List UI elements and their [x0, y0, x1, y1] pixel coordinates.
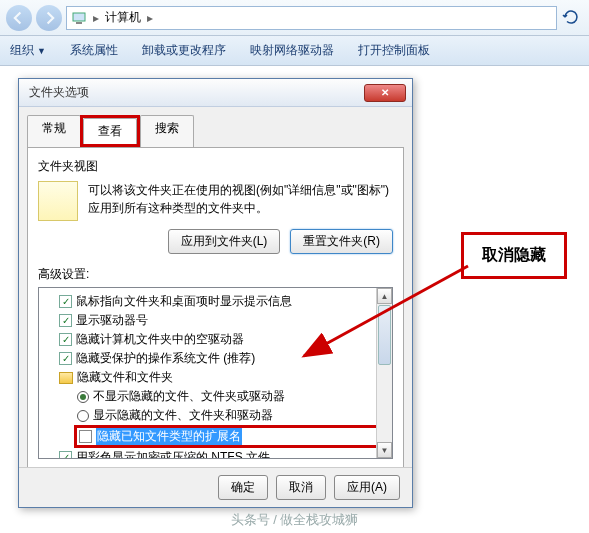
- radio-icon[interactable]: [77, 391, 89, 403]
- advanced-settings-box: 鼠标指向文件夹和桌面项时显示提示信息显示驱动器号隐藏计算机文件夹中的空驱动器隐藏…: [38, 287, 393, 459]
- adv-item[interactable]: 隐藏计算机文件夹中的空驱动器: [41, 330, 390, 349]
- option-label: 用彩色显示加密或压缩的 NTFS 文件: [76, 449, 270, 459]
- apply-to-folders-button[interactable]: 应用到文件夹(L): [168, 229, 281, 254]
- back-button[interactable]: [6, 5, 32, 31]
- cmd-mapdrive[interactable]: 映射网络驱动器: [250, 42, 334, 59]
- adv-item[interactable]: 不显示隐藏的文件、文件夹或驱动器: [41, 387, 390, 406]
- cmd-controlpanel[interactable]: 打开控制面板: [358, 42, 430, 59]
- folder-icon: [59, 372, 73, 384]
- adv-item[interactable]: 鼠标指向文件夹和桌面项时显示提示信息: [41, 292, 390, 311]
- dialog-buttons: 确定 取消 应用(A): [19, 467, 412, 507]
- titlebar[interactable]: 文件夹选项 ✕: [19, 79, 412, 107]
- svg-rect-0: [73, 13, 85, 21]
- attribution: 头条号 / 做全栈攻城狮: [0, 511, 589, 529]
- tab-search[interactable]: 搜索: [140, 115, 194, 147]
- cmd-sysprops[interactable]: 系统属性: [70, 42, 118, 59]
- tab-view-highlight: 查看: [80, 115, 140, 147]
- option-label: 隐藏受保护的操作系统文件 (推荐): [76, 350, 255, 367]
- cancel-button[interactable]: 取消: [276, 475, 326, 500]
- cmd-uninstall[interactable]: 卸载或更改程序: [142, 42, 226, 59]
- folder-options-dialog: 文件夹选项 ✕ 常规 查看 搜索 文件夹视图 可以将该文件夹正在使用的视图(例如…: [18, 78, 413, 508]
- checkbox-icon[interactable]: [59, 333, 72, 346]
- option-label: 隐藏计算机文件夹中的空驱动器: [76, 331, 244, 348]
- scrollbar[interactable]: ▲ ▼: [376, 288, 392, 458]
- adv-item[interactable]: 隐藏受保护的操作系统文件 (推荐): [41, 349, 390, 368]
- tab-general[interactable]: 常规: [27, 115, 81, 147]
- address-bar[interactable]: ▸ 计算机 ▸: [66, 6, 557, 30]
- svg-rect-1: [76, 22, 82, 24]
- forward-button[interactable]: [36, 5, 62, 31]
- adv-item[interactable]: 用彩色显示加密或压缩的 NTFS 文件: [41, 448, 390, 459]
- tab-body: 文件夹视图 可以将该文件夹正在使用的视图(例如"详细信息"或"图标")应用到所有…: [27, 147, 404, 487]
- adv-item[interactable]: 显示隐藏的文件、文件夹和驱动器: [41, 406, 390, 425]
- hide-extensions-row[interactable]: 隐藏已知文件类型的扩展名: [74, 425, 390, 448]
- scroll-thumb[interactable]: [378, 305, 391, 365]
- breadcrumb-sep: ▸: [93, 11, 99, 25]
- option-label: 隐藏文件和文件夹: [77, 369, 173, 386]
- option-label: 显示驱动器号: [76, 312, 148, 329]
- option-label: 不显示隐藏的文件、文件夹或驱动器: [93, 388, 285, 405]
- adv-item[interactable]: 显示驱动器号: [41, 311, 390, 330]
- close-button[interactable]: ✕: [364, 84, 406, 102]
- ok-button[interactable]: 确定: [218, 475, 268, 500]
- adv-item[interactable]: 隐藏文件和文件夹: [41, 368, 390, 387]
- nav-bar: ▸ 计算机 ▸: [0, 0, 589, 36]
- refresh-icon[interactable]: [561, 7, 583, 29]
- checkbox-icon[interactable]: [59, 295, 72, 308]
- tabs: 常规 查看 搜索: [19, 107, 412, 147]
- option-label: 显示隐藏的文件、文件夹和驱动器: [93, 407, 273, 424]
- option-label: 隐藏已知文件类型的扩展名: [96, 428, 242, 445]
- command-bar: 组织▼ 系统属性 卸载或更改程序 映射网络驱动器 打开控制面板: [0, 36, 589, 66]
- breadcrumb-sep: ▸: [147, 11, 153, 25]
- computer-icon: [71, 10, 87, 26]
- apply-button[interactable]: 应用(A): [334, 475, 400, 500]
- scroll-up-button[interactable]: ▲: [377, 288, 392, 304]
- checkbox-icon[interactable]: [59, 352, 72, 365]
- option-label: 鼠标指向文件夹和桌面项时显示提示信息: [76, 293, 292, 310]
- tab-view[interactable]: 查看: [83, 118, 137, 144]
- folder-view-icon: [38, 181, 78, 221]
- folder-view-desc: 可以将该文件夹正在使用的视图(例如"详细信息"或"图标")应用到所有这种类型的文…: [88, 181, 393, 221]
- dialog-title: 文件夹选项: [25, 84, 89, 101]
- checkbox-icon[interactable]: [59, 451, 72, 459]
- checkbox-icon[interactable]: [79, 430, 92, 443]
- advanced-label: 高级设置:: [38, 266, 393, 283]
- reset-folders-button[interactable]: 重置文件夹(R): [290, 229, 393, 254]
- checkbox-icon[interactable]: [59, 314, 72, 327]
- scroll-down-button[interactable]: ▼: [377, 442, 392, 458]
- folder-view-heading: 文件夹视图: [38, 158, 393, 175]
- annotation-callout: 取消隐藏: [461, 232, 567, 279]
- breadcrumb-root[interactable]: 计算机: [105, 9, 141, 26]
- cmd-organize[interactable]: 组织▼: [10, 42, 46, 59]
- radio-icon[interactable]: [77, 410, 89, 422]
